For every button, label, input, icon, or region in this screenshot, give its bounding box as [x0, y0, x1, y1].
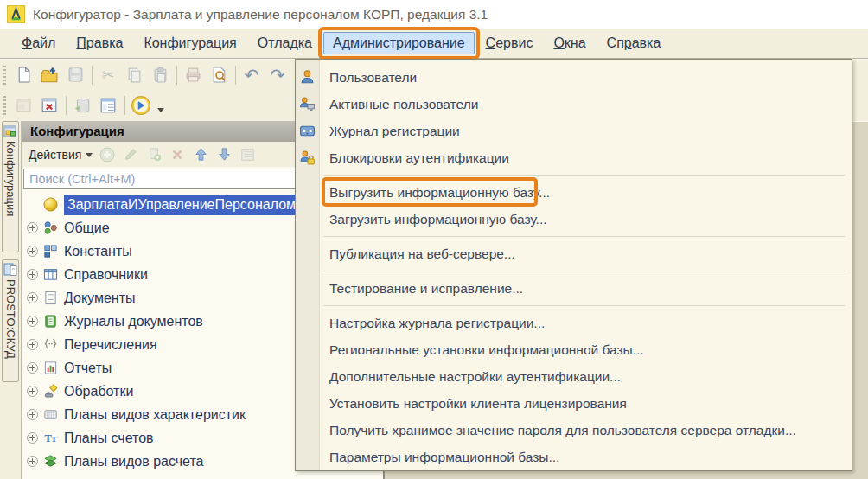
move-up-button[interactable] — [190, 144, 211, 165]
menu-windows[interactable]: Окна — [544, 32, 595, 54]
actions-dropdown-icon[interactable] — [86, 153, 93, 157]
document-journals-icon — [43, 314, 58, 329]
copy-icon — [126, 67, 143, 83]
menu-separator — [323, 305, 845, 306]
side-tab-prosto-skud[interactable]: PROSTO:СКУД — [2, 259, 19, 382]
copy-button[interactable] — [123, 64, 145, 86]
expand-icon[interactable] — [27, 292, 38, 303]
menu-item-web-server-publication[interactable]: Публикация на веб-сервере... — [296, 240, 852, 267]
print-button[interactable] — [182, 64, 204, 86]
actions-button-label[interactable]: Действия — [29, 148, 81, 162]
menu-help[interactable]: Справка — [597, 32, 671, 54]
delete-button[interactable] — [167, 144, 188, 165]
prosto-skud-tab-icon — [3, 263, 17, 277]
side-tab-configuration[interactable]: Конфигурация — [2, 121, 19, 252]
authentication-locks-icon — [299, 150, 316, 166]
menu-item-set-licensing-client-settings[interactable]: Установить настройки клиента лицензирова… — [296, 390, 852, 417]
start-debugging-button[interactable] — [130, 94, 152, 117]
open-button[interactable] — [38, 64, 61, 86]
redo-button[interactable]: ↷ — [266, 64, 289, 86]
expand-icon[interactable] — [27, 316, 38, 327]
side-tab-strip: Конфигурация PROSTO:СКУД — [0, 121, 21, 479]
common-icon — [43, 220, 58, 235]
menu-bar: Файл Правка Конфигурация Отладка Админис… — [0, 29, 868, 59]
close-window-button[interactable] — [38, 94, 61, 117]
charts-of-calculation-types-icon — [43, 454, 58, 469]
open-icon — [41, 67, 58, 84]
database-button[interactable] — [71, 94, 93, 117]
menu-item-label: Дополнительные настройки аутентификации.… — [329, 369, 621, 385]
menu-item-label: Загрузить информационную базу... — [329, 212, 547, 227]
debug-dropdown-icon[interactable] — [157, 108, 164, 112]
delete-icon — [169, 147, 185, 163]
move-down-button[interactable] — [214, 144, 234, 165]
menu-item-get-stored-password[interactable]: Получить хранимое значение пароля для по… — [296, 417, 852, 444]
expand-icon[interactable] — [27, 362, 38, 374]
edit-button[interactable] — [120, 144, 141, 165]
menu-configuration[interactable]: Конфигурация — [134, 32, 246, 54]
catalogs-icon — [43, 267, 58, 282]
edit-icon — [123, 146, 139, 163]
copy-add-icon — [146, 146, 163, 163]
tree-row-label: Отчеты — [64, 361, 112, 376]
paste-button[interactable] — [149, 64, 171, 86]
menu-administration[interactable]: Администрирование — [323, 32, 475, 54]
expand-icon[interactable] — [27, 339, 38, 350]
toolbar-separator — [66, 96, 67, 115]
expand-icon[interactable] — [27, 432, 38, 444]
database-icon — [73, 97, 91, 114]
menu-item-users[interactable]: Пользователи — [296, 64, 852, 91]
svg-text:Тт: Тт — [44, 432, 56, 444]
reports-icon — [43, 361, 58, 375]
table-form-button[interactable] — [97, 94, 119, 117]
expand-icon[interactable] — [27, 246, 38, 257]
toolbar-grip[interactable] — [3, 66, 6, 85]
configuration-tab-icon — [3, 125, 17, 138]
menu-item-label: Получить хранимое значение пароля для по… — [329, 423, 796, 438]
menu-separator — [323, 271, 845, 271]
menu-item-dump-infobase[interactable]: Выгрузить информационную базу... — [296, 179, 852, 206]
menu-item-event-log-settings[interactable]: Настройка журнала регистрации... — [296, 310, 852, 336]
side-tab-configuration-label: Конфигурация — [4, 141, 17, 216]
menu-service[interactable]: Сервис — [476, 32, 543, 54]
menu-edit[interactable]: Правка — [67, 32, 132, 54]
app-logo-icon — [7, 5, 25, 23]
expand-icon[interactable] — [27, 409, 38, 420]
menu-file[interactable]: Файл — [12, 32, 65, 54]
menu-item-registration-log[interactable]: Журнал регистрации — [296, 118, 852, 144]
tree-row-label: Обработки — [64, 384, 133, 399]
menu-item-restore-infobase[interactable]: Загрузить информационную базу... — [296, 206, 852, 233]
charts-of-accounts-icon: Тт — [43, 431, 58, 445]
print-preview-button[interactable] — [207, 64, 230, 86]
expand-icon[interactable] — [27, 456, 38, 467]
expand-icon[interactable] — [27, 269, 38, 280]
toolbar-separator — [92, 66, 93, 85]
menu-item-regional-settings[interactable]: Региональные установки информационной ба… — [296, 336, 852, 363]
menu-debug[interactable]: Отладка — [248, 32, 322, 54]
close-window-icon — [41, 97, 58, 114]
copy-add-button[interactable] — [144, 144, 164, 165]
menu-item-additional-authentication-settings[interactable]: Дополнительные настройки аутентификации.… — [296, 363, 852, 390]
add-button[interactable] — [97, 144, 118, 165]
menu-item-label: Выгрузить информационную базу... — [329, 185, 550, 201]
toolbar-grip[interactable] — [3, 96, 6, 115]
menu-item-verify-and-repair[interactable]: Тестирование и исправление... — [296, 275, 852, 302]
save-button[interactable] — [64, 64, 86, 86]
menu-item-label: Пользователи — [329, 70, 417, 86]
new-document-button[interactable] — [12, 64, 35, 86]
tree-row-label: Справочники — [64, 267, 148, 283]
menu-item-active-users[interactable]: Активные пользователи — [296, 91, 852, 118]
expand-icon[interactable] — [27, 386, 38, 397]
menu-item-infobase-parameters[interactable]: Параметры информационной базы... — [296, 444, 852, 470]
configurator-window: { "window": { "title": "Конфигуратор - З… — [0, 0, 868, 479]
users-icon — [299, 69, 316, 86]
undo-button[interactable]: ↶ — [240, 64, 263, 86]
menu-separator — [323, 236, 845, 237]
menu-item-authentication-locks[interactable]: Блокировки аутентификации — [296, 144, 852, 171]
side-tab-prosto-skud-label: PROSTO:СКУД — [4, 279, 17, 359]
form-window-button[interactable] — [12, 94, 35, 117]
expand-icon[interactable] — [27, 222, 38, 233]
undo-icon: ↶ — [245, 67, 259, 84]
list-button[interactable] — [237, 144, 258, 165]
cut-button[interactable]: ✂ — [97, 64, 119, 86]
